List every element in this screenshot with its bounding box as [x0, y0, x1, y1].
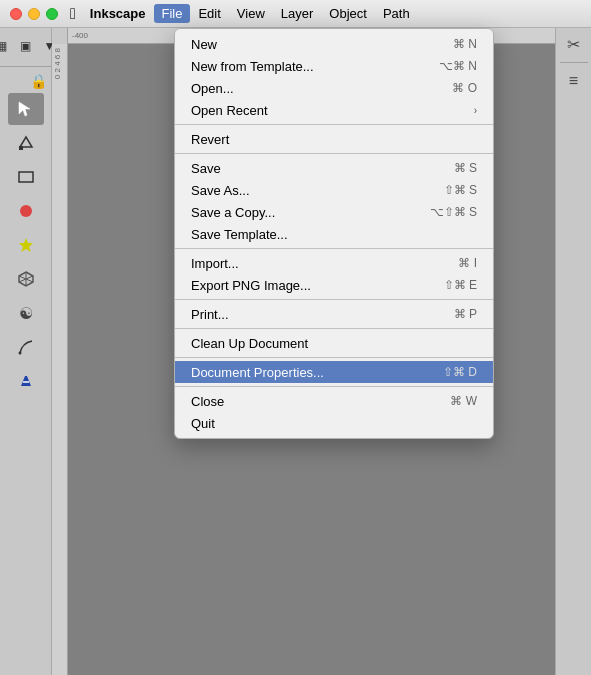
- menu-item-import[interactable]: Import... ⌘ I: [175, 252, 493, 274]
- right-tool-scissors[interactable]: ✂: [562, 32, 586, 56]
- svg-marker-0: [19, 102, 30, 116]
- separator-7: [175, 386, 493, 387]
- menu-item-new[interactable]: New ⌘ N: [175, 33, 493, 55]
- menu-item-revert[interactable]: Revert: [175, 128, 493, 150]
- tool-spiral[interactable]: ☯: [8, 297, 44, 329]
- tool-callig[interactable]: [8, 365, 44, 397]
- menu-item-open-recent[interactable]: Open Recent ›: [175, 99, 493, 121]
- right-toolbar: ✂ ≡: [555, 28, 591, 675]
- tool-star[interactable]: [8, 229, 44, 261]
- right-tool-align[interactable]: ≡: [562, 69, 586, 93]
- menu-item-cleanup[interactable]: Clean Up Document: [175, 332, 493, 354]
- menubar-item-inkscape[interactable]: Inkscape: [82, 4, 154, 23]
- menubar-item-file[interactable]: File: [154, 4, 191, 23]
- menubar-item-edit[interactable]: Edit: [190, 4, 228, 23]
- menubar-item-object[interactable]: Object: [321, 4, 375, 23]
- close-button[interactable]: [10, 8, 22, 20]
- menu-item-open[interactable]: Open... ⌘ O: [175, 77, 493, 99]
- tool-node[interactable]: [8, 127, 44, 159]
- svg-point-4: [20, 205, 32, 217]
- menu-item-print[interactable]: Print... ⌘ P: [175, 303, 493, 325]
- menubar:  Inkscape File Edit View Layer Object P…: [64, 0, 418, 27]
- tool-rect[interactable]: [8, 161, 44, 193]
- menu-item-save-template[interactable]: Save Template...: [175, 223, 493, 245]
- minimize-button[interactable]: [28, 8, 40, 20]
- svg-rect-3: [19, 172, 33, 182]
- menu-item-quit[interactable]: Quit: [175, 412, 493, 434]
- menubar-item-apple[interactable]: : [64, 3, 82, 25]
- tool-3dbox[interactable]: [8, 263, 44, 295]
- menubar-item-layer[interactable]: Layer: [273, 4, 322, 23]
- separator-3: [175, 248, 493, 249]
- separator-1: [175, 124, 493, 125]
- svg-point-10: [18, 352, 21, 355]
- menu-item-save-as[interactable]: Save As... ⇧⌘ S: [175, 179, 493, 201]
- maximize-button[interactable]: [46, 8, 58, 20]
- tool-pencil[interactable]: [8, 331, 44, 363]
- file-dropdown-menu: New ⌘ N New from Template... ⌥⌘ N Open..…: [174, 28, 494, 439]
- menu-item-save[interactable]: Save ⌘ S: [175, 157, 493, 179]
- left-toolbar: ▦ ▣ ▼ 🔒: [0, 28, 52, 675]
- menu-item-export-png[interactable]: Export PNG Image... ⇧⌘ E: [175, 274, 493, 296]
- svg-marker-5: [19, 238, 33, 252]
- menu-item-new-template[interactable]: New from Template... ⌥⌘ N: [175, 55, 493, 77]
- traffic-lights: [10, 8, 58, 20]
- separator-6: [175, 357, 493, 358]
- ruler-vertical: 0 2 4 6 8: [52, 44, 68, 675]
- menu-item-close[interactable]: Close ⌘ W: [175, 390, 493, 412]
- tool-object-panel[interactable]: ▣: [16, 32, 36, 60]
- tool-select[interactable]: [8, 93, 44, 125]
- menubar-item-view[interactable]: View: [229, 4, 273, 23]
- separator-4: [175, 299, 493, 300]
- menu-item-doc-properties[interactable]: Document Properties... ⇧⌘ D: [175, 361, 493, 383]
- titlebar:  Inkscape File Edit View Layer Object P…: [0, 0, 591, 28]
- tool-layers[interactable]: ▦: [0, 32, 12, 60]
- separator-5: [175, 328, 493, 329]
- separator-2: [175, 153, 493, 154]
- menu-item-save-copy[interactable]: Save a Copy... ⌥⇧⌘ S: [175, 201, 493, 223]
- svg-rect-2: [19, 146, 23, 150]
- svg-marker-1: [20, 137, 32, 147]
- tool-circle[interactable]: [8, 195, 44, 227]
- menubar-item-path[interactable]: Path: [375, 4, 418, 23]
- lock-icon[interactable]: 🔒: [30, 73, 47, 89]
